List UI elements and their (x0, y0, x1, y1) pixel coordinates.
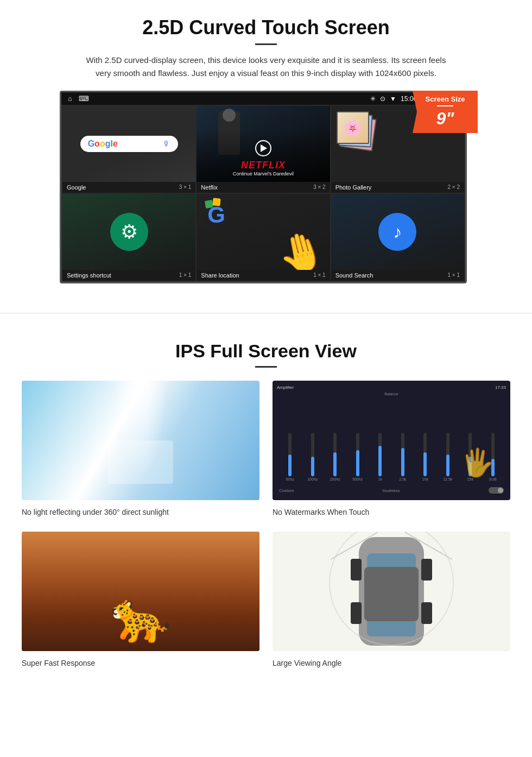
badge-label: Screen Size (418, 95, 472, 103)
app-grid: Google 🎙 Google 3 × 1 (61, 105, 465, 282)
amp-bar-7: 12.5k (438, 433, 459, 481)
car-caption: Large Viewing Angle (273, 657, 510, 670)
amp-bar-5: 2.5k (392, 433, 414, 481)
home-icon: ⌂ (68, 94, 72, 103)
img-layer-3: 🌸 (337, 111, 369, 144)
app-cell-settings[interactable]: ⚙ Settings shortcut 1 × 1 (62, 194, 195, 281)
amp-bar-6: 10k (415, 433, 436, 481)
amp-header: Amplifier 17:33 (277, 385, 506, 390)
features-grid: No light reflecting under 360° direct su… (22, 381, 510, 670)
app-cell-netflix[interactable]: NETFLIX Continue Marvel's Daredevil Netf… (197, 106, 330, 193)
amp-bar-3: 500hz (347, 433, 369, 481)
google-cell-content: Google 🎙 (62, 106, 195, 182)
usb-icon: ⌨ (79, 94, 89, 103)
section-ips: IPS Full Screen View No light reflecting… (0, 330, 532, 686)
settings-label: Settings shortcut 1 × 1 (62, 270, 195, 281)
app-cell-google[interactable]: Google 🎙 Google 3 × 1 (62, 106, 195, 193)
app-cell-share[interactable]: G 🤚 Share location 1 × 1 (197, 194, 330, 281)
play-triangle (261, 144, 267, 152)
section1-title: 2.5D Curved Touch Screen (33, 16, 499, 39)
gear-icon: ⚙ (121, 220, 138, 243)
cheetah-caption: Super Fast Response (22, 657, 259, 670)
netflix-overlay: NETFLIX Continue Marvel's Daredevil (197, 106, 330, 182)
share-grid: 1 × 1 (313, 272, 326, 279)
screen-size-badge: Screen Size 9" (413, 91, 478, 133)
section1-description: With 2.5D curved-display screen, this de… (81, 54, 451, 80)
device-mockup: Screen Size 9" ⌂ ⌨ ✳ ⊙ ▼ 15:06 ◫ ◁) ⊠ (60, 91, 472, 283)
google-search-bar: Google 🎙 (80, 136, 178, 152)
gallery-grid: 2 × 2 (447, 184, 460, 191)
bluetooth-icon: ✳ (370, 95, 376, 103)
sound-grid: 1 × 1 (447, 272, 460, 279)
status-left: ⌂ ⌨ (68, 94, 89, 103)
netflix-name: Netflix (201, 184, 218, 191)
car-image (273, 532, 510, 651)
section2-title: IPS Full Screen View (22, 340, 510, 362)
amp-bar-4: 1k (370, 433, 391, 481)
title-underline-1 (255, 43, 277, 45)
settings-name: Settings shortcut (67, 272, 111, 279)
section-touch-screen: 2.5D Curved Touch Screen With 2.5D curve… (0, 0, 532, 297)
amp-bar-2: 200hz (325, 433, 346, 481)
app-cell-sound[interactable]: ♪ Sound Search 1 × 1 (331, 194, 464, 281)
android-screen: ⌂ ⌨ ✳ ⊙ ▼ 15:06 ◫ ◁) ⊠ ▭ (60, 91, 467, 283)
feature-sunlight: No light reflecting under 360° direct su… (22, 381, 259, 519)
amp-time: 17:33 (495, 385, 506, 390)
share-cell-content: G 🤚 (197, 194, 330, 270)
sound-icon-circle: ♪ (378, 213, 416, 251)
badge-size: 9" (418, 109, 472, 129)
status-bar: ⌂ ⌨ ✳ ⊙ ▼ 15:06 ◫ ◁) ⊠ ▭ (61, 92, 465, 105)
feature-amplifier: Amplifier 17:33 Balance 60hz 100hz (273, 381, 510, 519)
netflix-subtitle: Continue Marvel's Daredevil (233, 171, 294, 176)
music-note-icon: ♪ (393, 222, 402, 242)
feature-car: Large Viewing Angle (273, 532, 510, 670)
gallery-stack: 🌸 (334, 109, 377, 152)
settings-grid: 1 × 1 (179, 272, 192, 279)
amp-bar-1: 100hz (302, 433, 324, 481)
share-label: Share location 1 × 1 (197, 270, 330, 281)
location-icon: ⊙ (380, 95, 385, 103)
google-grid: 3 × 1 (179, 184, 192, 191)
sunlight-caption: No light reflecting under 360° direct su… (22, 506, 259, 519)
cheetah-image: 🐆 (22, 532, 259, 651)
feature-cheetah: 🐆 Super Fast Response (22, 532, 259, 670)
google-logo: Google (88, 139, 118, 149)
netflix-label: Netflix 3 × 2 (197, 182, 330, 193)
play-button[interactable] (255, 140, 271, 156)
settings-cell-content: ⚙ (62, 194, 195, 270)
netflix-logo: NETFLIX (241, 160, 286, 171)
sound-label: Sound Search 1 × 1 (331, 270, 464, 281)
amplifier-caption: No Watermarks When Touch (273, 506, 510, 519)
sunlight-image (22, 381, 259, 500)
netflix-cell-content: NETFLIX Continue Marvel's Daredevil (197, 106, 330, 182)
sound-name: Sound Search (335, 272, 373, 279)
sound-cell-content: ♪ (331, 194, 464, 270)
settings-icon-circle: ⚙ (110, 213, 148, 251)
google-name: Google (67, 184, 86, 191)
amplifier-image: Amplifier 17:33 Balance 60hz 100hz (273, 381, 510, 500)
google-label: Google 3 × 1 (62, 182, 195, 193)
mic-icon: 🎙 (163, 140, 170, 148)
amp-bar-0: 60hz (280, 433, 301, 481)
flower-icon: 🌸 (343, 119, 362, 137)
share-name: Share location (201, 272, 239, 279)
wifi-icon: ▼ (390, 95, 396, 103)
title-underline-2 (255, 366, 277, 368)
gallery-label: Photo Gallery 2 × 2 (331, 182, 464, 193)
amp-title: Amplifier (277, 385, 294, 390)
netflix-grid: 3 × 2 (313, 184, 326, 191)
section-divider (0, 313, 532, 313)
badge-divider (437, 105, 453, 106)
gallery-name: Photo Gallery (335, 184, 372, 191)
